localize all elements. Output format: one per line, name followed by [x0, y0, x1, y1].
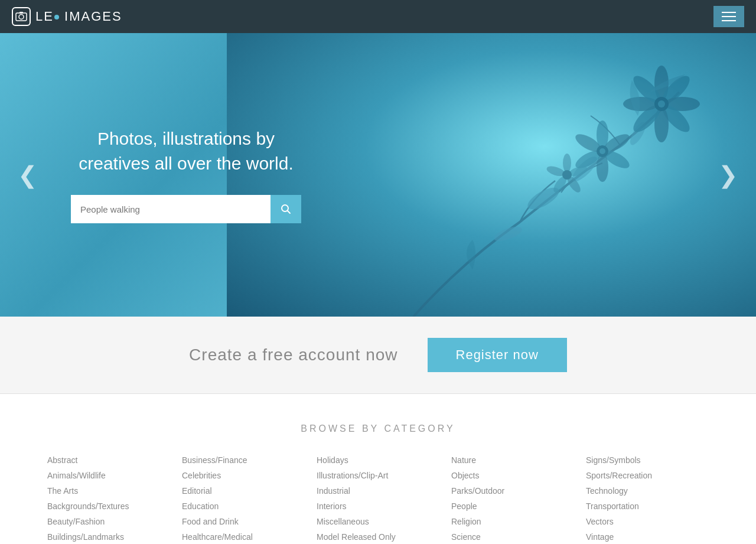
hero-content: Photos, illustrations by creatives all o…	[71, 126, 301, 223]
category-link[interactable]: Celebrities	[182, 471, 305, 480]
hero-title-line1: Photos, illustrations by	[97, 129, 275, 148]
category-link[interactable]: Science	[451, 532, 574, 542]
svg-point-16	[658, 100, 665, 108]
search-input[interactable]	[71, 195, 271, 223]
category-column-4: Signs/Symbols Sports/Recreation Technolo…	[586, 455, 709, 542]
category-link[interactable]: Education	[182, 501, 305, 511]
category-link[interactable]: Nature	[451, 455, 574, 465]
category-link[interactable]: The Arts	[47, 486, 170, 496]
category-link[interactable]: People	[451, 501, 574, 511]
category-column-0: Abstract Animals/Wildlife The Arts Backg…	[47, 455, 170, 542]
category-column-1: Business/Finance Celebrities Editorial E…	[182, 455, 305, 542]
svg-point-1	[19, 15, 24, 19]
hero-title: Photos, illustrations by creatives all o…	[71, 126, 301, 176]
category-link[interactable]: Food and Drink	[182, 517, 305, 526]
category-link[interactable]: Abstract	[47, 455, 170, 465]
category-link[interactable]: Signs/Symbols	[586, 455, 709, 465]
category-link[interactable]: Beauty/Fashion	[47, 517, 170, 526]
logo-icon	[12, 7, 31, 26]
hero-section: ❮ Photos, illustrations by creatives all…	[0, 33, 756, 317]
category-column-2: Holidays Illustrations/Clip-Art Industri…	[317, 455, 439, 542]
svg-point-5	[492, 224, 523, 244]
hamburger-line	[722, 16, 736, 17]
svg-point-30	[562, 170, 572, 180]
category-link[interactable]: Technology	[586, 486, 709, 496]
category-link[interactable]: Buildings/Landmarks	[47, 532, 170, 542]
hero-decoration	[354, 57, 709, 317]
categories-section: BROWSE BY CATEGORY Abstract Animals/Wild…	[0, 394, 756, 544]
carousel-next-button[interactable]: ❯	[712, 155, 744, 194]
svg-line-32	[288, 211, 291, 214]
category-link[interactable]: Backgrounds/Textures	[47, 501, 170, 511]
register-text: Create a free account now	[189, 346, 397, 364]
logo: LE IMAGES	[12, 7, 122, 26]
category-link[interactable]: Business/Finance	[182, 455, 305, 465]
svg-point-24	[599, 148, 605, 154]
category-link[interactable]: Illustrations/Clip-Art	[317, 471, 439, 480]
category-link[interactable]: Transportation	[586, 501, 709, 511]
category-column-3: Nature Objects Parks/Outdoor People Reli…	[451, 455, 574, 542]
category-link[interactable]: Miscellaneous	[317, 517, 439, 526]
svg-rect-2	[19, 12, 23, 14]
category-link[interactable]: Animals/Wildlife	[47, 471, 170, 480]
menu-button[interactable]	[713, 6, 744, 27]
categories-heading: BROWSE BY CATEGORY	[47, 424, 709, 434]
category-link[interactable]: Editorial	[182, 486, 305, 496]
category-link[interactable]: Objects	[451, 471, 574, 480]
search-button[interactable]	[271, 195, 301, 223]
category-link[interactable]: Vintage	[586, 532, 709, 542]
category-link[interactable]: Sports/Recreation	[586, 471, 709, 480]
hamburger-line	[722, 20, 736, 21]
carousel-prev-button[interactable]: ❮	[12, 155, 44, 194]
category-link[interactable]: Interiors	[317, 501, 439, 511]
svg-point-25	[563, 154, 571, 172]
category-link[interactable]: Parks/Outdoor	[451, 486, 574, 496]
hero-title-line2: creatives all over the world.	[79, 154, 294, 173]
search-box	[71, 195, 301, 223]
category-link[interactable]: Healthcare/Medical	[182, 532, 305, 542]
hamburger-line	[722, 12, 736, 13]
category-link[interactable]: Holidays	[317, 455, 439, 465]
categories-grid: Abstract Animals/Wildlife The Arts Backg…	[47, 455, 709, 542]
header: LE IMAGES	[0, 0, 756, 33]
category-link[interactable]: Model Released Only	[317, 532, 439, 542]
logo-text: LE IMAGES	[35, 9, 122, 24]
category-link[interactable]: Religion	[451, 517, 574, 526]
category-link[interactable]: Vectors	[586, 517, 709, 526]
register-section: Create a free account now Register now	[0, 317, 756, 394]
search-icon	[281, 204, 291, 214]
category-link[interactable]: Industrial	[317, 486, 439, 496]
register-button[interactable]: Register now	[428, 338, 567, 372]
